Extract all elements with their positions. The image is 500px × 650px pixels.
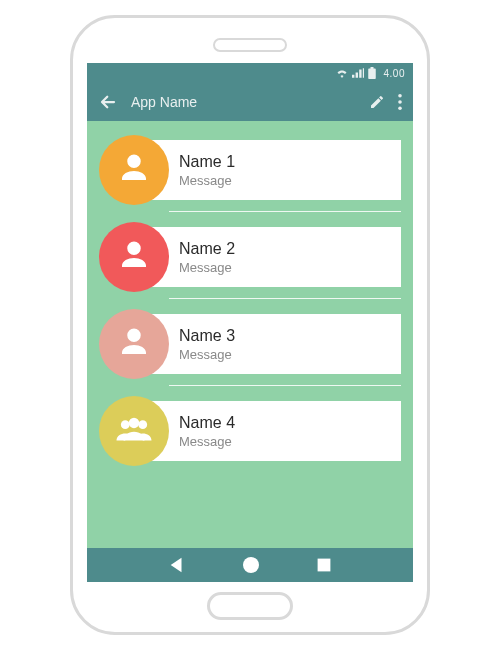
contact-name: Name 1: [179, 152, 391, 171]
system-nav-bar: [87, 548, 413, 582]
contact-name: Name 3: [179, 326, 391, 345]
contact-name: Name 2: [179, 239, 391, 258]
wifi-icon: [336, 68, 348, 78]
contact-message: Message: [179, 347, 391, 363]
contact-message: Message: [179, 434, 391, 450]
edit-icon[interactable]: [369, 94, 385, 110]
contact-message: Message: [179, 173, 391, 189]
person-icon: [116, 324, 152, 364]
contact-card: Name 1 Message: [149, 140, 401, 200]
nav-recent-icon[interactable]: [316, 557, 332, 573]
list-item[interactable]: Name 3 Message: [99, 309, 401, 386]
svg-point-5: [138, 420, 147, 429]
divider: [169, 385, 401, 386]
person-icon: [116, 237, 152, 277]
avatar: [99, 135, 169, 205]
phone-home-button: [207, 592, 293, 620]
svg-point-2: [398, 107, 402, 111]
svg-point-6: [243, 557, 259, 573]
nav-home-icon[interactable]: [241, 555, 261, 575]
battery-icon: [368, 67, 376, 79]
svg-rect-7: [318, 559, 331, 572]
status-bar: 4.00: [87, 63, 413, 83]
phone-earpiece: [213, 38, 287, 52]
back-icon[interactable]: [97, 93, 119, 111]
group-icon: [113, 414, 155, 448]
person-icon: [116, 150, 152, 190]
overflow-menu-icon[interactable]: [397, 93, 403, 111]
list-item[interactable]: Name 2 Message: [99, 222, 401, 299]
app-bar: App Name: [87, 83, 413, 121]
nav-back-icon[interactable]: [168, 556, 186, 574]
list-item[interactable]: Name 4 Message: [99, 396, 401, 466]
contact-card: Name 4 Message: [149, 401, 401, 461]
svg-point-3: [121, 420, 130, 429]
avatar: [99, 309, 169, 379]
list-item[interactable]: Name 1 Message: [99, 135, 401, 212]
app-title: App Name: [131, 94, 357, 110]
avatar: [99, 222, 169, 292]
status-time: 4.00: [384, 68, 405, 79]
divider: [169, 298, 401, 299]
signal-icon: [352, 68, 364, 78]
avatar: [99, 396, 169, 466]
contact-list: Name 1 Message Name 2 Message: [87, 121, 413, 466]
svg-point-4: [129, 418, 140, 429]
contact-message: Message: [179, 260, 391, 276]
screen: 4.00 App Name: [87, 63, 413, 582]
phone-frame: 4.00 App Name: [70, 15, 430, 635]
contact-card: Name 3 Message: [149, 314, 401, 374]
divider: [169, 211, 401, 212]
svg-point-0: [398, 94, 402, 98]
contact-name: Name 4: [179, 413, 391, 432]
contact-card: Name 2 Message: [149, 227, 401, 287]
svg-point-1: [398, 100, 402, 104]
